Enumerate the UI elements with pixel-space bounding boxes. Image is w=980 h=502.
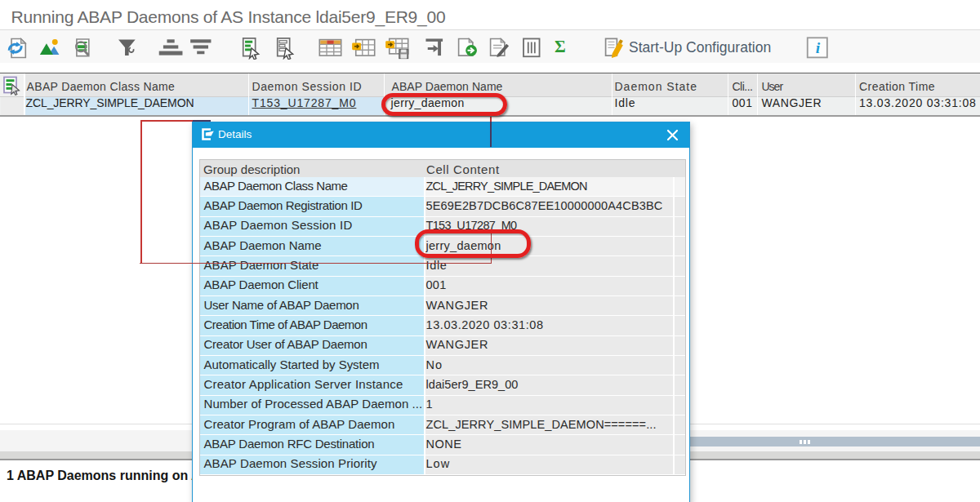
svg-text:i: i [816,39,821,56]
